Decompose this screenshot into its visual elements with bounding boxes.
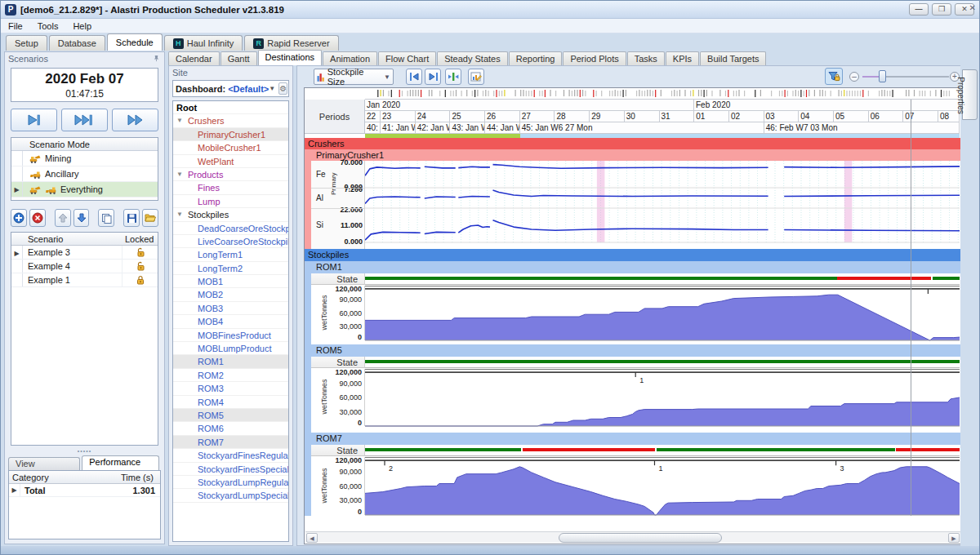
tree-item-products[interactable]: ▼Products <box>173 168 288 181</box>
scrollbar-thumb[interactable] <box>559 533 722 543</box>
timeline-cell[interactable]: 05 <box>834 111 869 122</box>
series-selector-dropdown[interactable]: Stockpile Size ▼ <box>314 69 394 85</box>
prev-period-button[interactable] <box>406 69 422 85</box>
scroll-left-icon[interactable]: ◀ <box>306 533 318 543</box>
zoom-out-icon[interactable]: – <box>849 72 859 82</box>
schedule-tab-build-targets[interactable]: Build Targets <box>700 51 766 65</box>
add-scenario-button[interactable] <box>11 209 27 227</box>
stockpile-header-rom1[interactable]: ROM1 <box>311 261 963 273</box>
schedule-tab-animation[interactable]: Animation <box>323 51 377 65</box>
app-tab-haul-infinity[interactable]: HHaul Infinity <box>164 35 243 51</box>
schedule-tab-period-plots[interactable]: Period Plots <box>563 51 626 65</box>
scenario-mode-everything[interactable]: ▶Everything <box>11 182 158 198</box>
scenario-row-example-1[interactable]: Example 1 <box>11 273 158 287</box>
scenario-mode-ancillary[interactable]: Ancillary <box>11 166 158 182</box>
pin-icon[interactable] <box>153 55 160 62</box>
scenario-row-example-3[interactable]: ▶Example 3 <box>11 246 158 260</box>
tree-item-mob3[interactable]: MOB3 <box>173 302 288 315</box>
tree-item-stockyardlumpspecial[interactable]: StockyardLumpSpecial <box>173 489 288 502</box>
expander-icon[interactable]: ▼ <box>176 168 183 181</box>
chart-settings-button[interactable] <box>468 69 484 85</box>
tree-item-rom5[interactable]: ROM5 <box>173 409 288 422</box>
scenario-lock-cell[interactable] <box>122 246 158 259</box>
crusher-chart[interactable] <box>365 161 960 249</box>
tree-item-stockyardlumpregular[interactable]: StockyardLumpRegular <box>173 476 288 489</box>
tab-performance-profiler[interactable]: Performance Profiler <box>82 455 159 470</box>
primarycrusher1-header[interactable]: PrimaryCrusher1 <box>311 149 963 161</box>
expander-icon[interactable]: ▼ <box>176 114 183 127</box>
tree-item-rom7[interactable]: ROM7 <box>173 436 288 449</box>
timeline-cell[interactable]: 02 <box>729 111 764 122</box>
tree-item-livecoarseorestockpile[interactable]: LiveCoarseOreStockpile <box>173 235 288 248</box>
scenario-mode-mining[interactable]: Mining <box>11 151 158 166</box>
tree-item-stockpiles[interactable]: ▼Stockpiles <box>173 208 288 221</box>
timeline-cell[interactable]: 40: J: <box>365 122 381 134</box>
tree-item-mob1[interactable]: MOB1 <box>173 275 288 288</box>
tree-item-wetplant[interactable]: WetPlant <box>173 155 288 168</box>
dashboard-selector[interactable]: Dashboard: <Default> ▼ ⚙ <box>172 80 289 97</box>
tree-item-longterm1[interactable]: LongTerm1 <box>173 248 288 261</box>
tree-item-crushers[interactable]: ▼Crushers <box>173 114 288 127</box>
app-tab-schedule[interactable]: Schedule <box>107 33 163 51</box>
timeline-cell[interactable]: 25 <box>450 111 485 122</box>
state-track[interactable] <box>365 273 960 285</box>
minimize-button[interactable]: — <box>909 3 929 16</box>
tree-item-rom2[interactable]: ROM2 <box>173 369 288 382</box>
state-track[interactable] <box>365 445 960 456</box>
copy-scenario-button[interactable] <box>98 209 114 227</box>
menu-item-help[interactable]: Help <box>65 19 99 33</box>
tree-item-deadcoarseorestockpile[interactable]: DeadCoarseOreStockpile <box>173 222 288 235</box>
timeline-cell[interactable]: Jan 2020 <box>365 100 694 111</box>
timeline-cell[interactable]: 42: Jan W <box>416 122 451 134</box>
scroll-right-icon[interactable]: ▶ <box>948 533 960 543</box>
timeline-cell[interactable]: 28 <box>555 111 590 122</box>
timeline-cell[interactable]: 44: Jan W <box>485 122 520 134</box>
scenario-row-example-4[interactable]: Example 4 <box>11 260 158 273</box>
gear-icon[interactable]: ⚙ <box>278 82 287 95</box>
tree-item-mob2[interactable]: MOB2 <box>173 288 288 301</box>
tree-item-lump[interactable]: Lump <box>173 195 288 208</box>
timeline-cell[interactable]: 24 <box>416 111 451 122</box>
tab-view-configuration[interactable]: View Configuration <box>8 457 80 470</box>
app-tab-database[interactable]: Database <box>49 35 105 51</box>
timeline-cell[interactable]: 45: Jan W6 27 Mon <box>520 122 764 134</box>
schedule-tab-gantt[interactable]: Gantt <box>220 51 257 65</box>
menu-item-tools[interactable]: Tools <box>30 19 66 33</box>
stockpile-chart-rom7[interactable]: 213 <box>365 457 960 517</box>
stockpiles-section-header[interactable]: Stockpiles <box>305 249 963 261</box>
timeline-cell[interactable]: 07 <box>903 111 938 122</box>
step-forward-button[interactable] <box>11 109 57 131</box>
timeline-cell[interactable]: Feb 2020 <box>694 100 960 111</box>
scenario-lock-cell[interactable] <box>122 260 158 273</box>
current-time-cursor[interactable] <box>911 100 911 516</box>
schedule-tab-destinations[interactable]: Destinations <box>258 50 323 65</box>
move-up-button[interactable] <box>55 209 71 227</box>
tree-item-stockyardfinesspecial[interactable]: StockyardFinesSpecial <box>173 463 288 476</box>
tree-item-fines[interactable]: Fines <box>173 181 288 194</box>
schedule-tab-calendar[interactable]: Calendar <box>168 51 220 65</box>
scenario-lock-cell[interactable] <box>122 273 158 286</box>
tree-item-mob4[interactable]: MOB4 <box>173 315 288 328</box>
fast-forward-button[interactable] <box>112 109 158 131</box>
tree-item-primarycrusher1[interactable]: PrimaryCrusher1 <box>173 128 288 141</box>
timeline-month-row[interactable]: Jan 2020Feb 2020 <box>365 100 960 111</box>
tree-item-rom1[interactable]: ROM1 <box>173 355 288 368</box>
stockpile-chart-rom5[interactable]: 1 <box>365 369 960 428</box>
open-folder-button[interactable] <box>142 209 158 227</box>
menu-item-file[interactable]: File <box>1 19 30 33</box>
schedule-tab-tasks[interactable]: Tasks <box>627 51 665 65</box>
move-down-button[interactable] <box>74 209 90 227</box>
schedule-tab-reporting[interactable]: Reporting <box>509 51 563 65</box>
maximize-button[interactable]: ❒ <box>932 3 951 16</box>
schedule-tab-kpis[interactable]: KPIs <box>666 51 699 65</box>
timeline-cell[interactable]: 04 <box>799 111 834 122</box>
tree-item-moblumpproduct[interactable]: MOBLumpProduct <box>173 342 288 355</box>
next-period-button[interactable] <box>425 69 441 85</box>
lock-view-toggle[interactable] <box>825 68 843 85</box>
panel-splitter[interactable]: ••••• <box>5 449 164 454</box>
zoom-slider-thumb[interactable] <box>879 70 886 82</box>
tree-item-stockyardfinesregular[interactable]: StockyardFinesRegular <box>173 449 288 462</box>
state-track[interactable] <box>365 357 960 368</box>
stockpile-chart-rom1[interactable] <box>365 286 960 342</box>
schedule-tab-steady-states[interactable]: Steady States <box>437 51 508 65</box>
